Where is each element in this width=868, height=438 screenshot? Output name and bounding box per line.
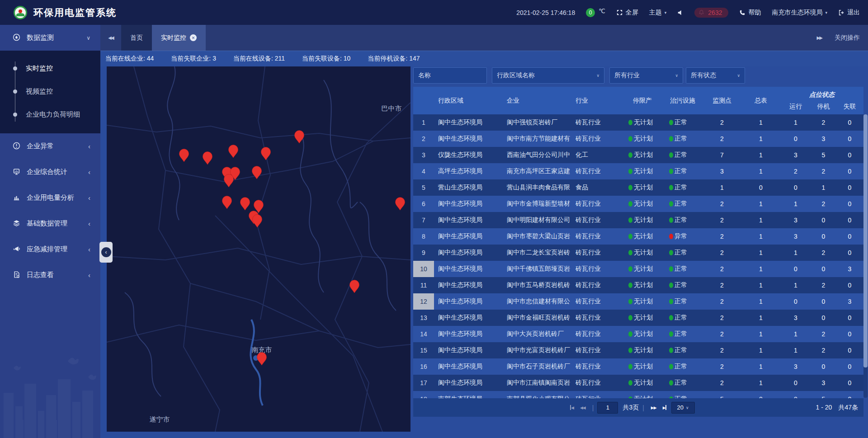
map-pin-icon[interactable] xyxy=(224,174,234,188)
table-row[interactable]: 7阆中生态环境局阆中明阳建材有限公司砖瓦行业无计划正常21300 xyxy=(413,212,863,228)
cell-facility: 正常 xyxy=(663,293,703,310)
table-row[interactable]: 17阆中生态环境局阆中市江南镇阆南页岩砖瓦行业无计划正常21030 xyxy=(413,375,863,391)
gauge-icon xyxy=(13,33,27,42)
sidebar-item-1[interactable]: 企业异常‹ xyxy=(0,133,100,159)
table-row[interactable]: 1阆中生态环境局阆中强锐页岩砖厂砖瓦行业无计划正常21120 xyxy=(413,114,863,131)
logout-button[interactable]: 退出 xyxy=(838,9,860,17)
logout-icon xyxy=(838,9,844,16)
name-search-input[interactable]: 名称 xyxy=(413,67,487,84)
map-pin-icon[interactable] xyxy=(241,198,250,211)
cell-facility: 正常 xyxy=(663,131,703,147)
cell-run: 3 xyxy=(780,228,811,245)
cell-limit: 无计划 xyxy=(622,391,663,398)
map-pin-icon[interactable] xyxy=(253,215,262,228)
region-select[interactable]: 行政区域名称∨ xyxy=(492,67,604,84)
table-row[interactable]: 18南部生态环境局南部县双化小观有限公砖瓦行业无计划正常50050 xyxy=(413,391,863,398)
table-row[interactable]: 15阆中生态环境局阆中市光富页岩机砖厂砖瓦行业无计划正常21120 xyxy=(413,342,863,358)
next-page-button[interactable]: ▶▶ xyxy=(651,405,656,410)
fullscreen-button[interactable]: 全屏 xyxy=(616,9,638,17)
table-row[interactable]: 9阆中生态环境局阆中市二龙长宝页岩砖砖瓦行业无计划正常21120 xyxy=(413,245,863,261)
map-pin-icon[interactable] xyxy=(295,131,304,144)
cell-stop: 0 xyxy=(811,310,836,326)
first-page-button[interactable]: ◀ xyxy=(570,405,574,410)
cell-industry: 砖瓦行业 xyxy=(571,196,622,212)
sidebar-item-5[interactable]: 应急减排管理‹ xyxy=(0,236,100,262)
tabs-scroll-right-button[interactable]: ▶▶ xyxy=(817,25,822,51)
map-collapse-handle[interactable]: ‹ xyxy=(99,242,113,263)
scrollbar-thumb[interactable] xyxy=(863,114,868,367)
status-select[interactable]: 所有状态∨ xyxy=(686,67,745,84)
cell-no: 1 xyxy=(413,114,434,131)
map-pin-icon[interactable] xyxy=(257,353,267,366)
map-city-label: 巴中市 xyxy=(382,104,402,112)
status-green-dot-icon xyxy=(628,152,632,158)
status-text: 正常 xyxy=(675,184,687,192)
cell-no: 6 xyxy=(413,196,434,212)
sidebar-item-2[interactable]: 企业综合统计‹ xyxy=(0,159,100,185)
table-row[interactable]: 12阆中生态环境局阆中市忠信建材有限公砖瓦行业无计划正常21003 xyxy=(413,293,863,310)
tabs-scroll-left-button[interactable]: ◀◀ xyxy=(100,25,121,51)
industry-select[interactable]: 所有行业∨ xyxy=(609,67,683,84)
map-pin-icon[interactable] xyxy=(261,147,271,160)
last-page-button[interactable]: ▶ xyxy=(663,405,666,410)
sidebar-item-4[interactable]: 基础数据管理‹ xyxy=(0,211,100,236)
phone-icon xyxy=(739,9,745,16)
map-pin-icon[interactable] xyxy=(254,200,264,213)
sidebar-subitem[interactable]: 企业电力负荷明细 xyxy=(0,103,100,126)
sidebar-subitem[interactable]: 实时监控 xyxy=(0,57,100,80)
tab-label: 首页 xyxy=(130,34,143,42)
table-row[interactable]: 10阆中生态环境局阆中千佛镇五郎垭页岩砖瓦行业无计划正常21003 xyxy=(413,261,863,277)
table-row[interactable]: 5营山生态环境局营山县润丰肉食品有限食品无计划正常10010 xyxy=(413,179,863,196)
cell-run: 3 xyxy=(780,310,811,326)
cell-limit: 无计划 xyxy=(622,342,663,358)
table-row[interactable]: 13阆中生态环境局阆中市金福旺页岩机砖砖瓦行业无计划正常21300 xyxy=(413,310,863,326)
map-pin-icon[interactable] xyxy=(396,198,405,211)
table-row[interactable]: 2阆中生态环境局阆中市南方节能建材有砖瓦行业无计划正常21030 xyxy=(413,131,863,147)
table-row[interactable]: 8阆中生态环境局阆中市枣碧大梁山页岩砖瓦行业无计划异常21300 xyxy=(413,228,863,245)
table-row[interactable]: 4高坪生态环境局南充市高坪区王家店建砖瓦行业无计划正常31220 xyxy=(413,163,863,179)
map-canvas[interactable]: 巴中市南充市遂宁市 xyxy=(107,66,410,432)
mute-button[interactable] xyxy=(677,9,684,16)
sidebar-item-0[interactable]: 数据监测∨ xyxy=(0,25,100,51)
app-logo-icon xyxy=(14,6,27,19)
table-row[interactable]: 14阆中生态环境局阆中大兴页岩机砖厂砖瓦行业无计划正常21120 xyxy=(413,326,863,342)
map-pin-icon[interactable] xyxy=(252,166,262,179)
tab-close-icon[interactable]: ✕ xyxy=(190,34,197,41)
cell-meters: 1 xyxy=(741,358,780,375)
cell-company: 阆中市二龙长宝页岩砖 xyxy=(503,245,571,261)
table-row[interactable]: 11阆中生态环境局阆中市五马桥页岩机砖砖瓦行业无计划正常21120 xyxy=(413,277,863,293)
table-scrollbar[interactable] xyxy=(863,114,868,398)
page-number-input[interactable]: 1 xyxy=(597,402,618,414)
page-size-select[interactable]: 20∨ xyxy=(671,402,695,414)
submenu-dot-icon xyxy=(13,89,17,94)
cell-company: 阆中千佛镇五郎垭页岩 xyxy=(503,261,571,277)
status-green-dot-icon xyxy=(669,169,673,174)
status-green-dot-icon xyxy=(628,348,632,353)
tab-实时监控[interactable]: 实时监控✕ xyxy=(152,25,206,51)
table-row[interactable]: 3仪陇生态环境局西南油气田分公司川中化工无计划正常71350 xyxy=(413,147,863,163)
map-pin-icon[interactable] xyxy=(229,145,238,158)
status-text: 无计划 xyxy=(634,330,653,338)
prev-page-button[interactable]: ◀◀ xyxy=(580,405,585,410)
close-operations-button[interactable]: 关闭操作 xyxy=(835,25,860,51)
record-total-label: 共47条 xyxy=(838,404,858,412)
status-text: 无计划 xyxy=(634,346,653,354)
map-pin-icon[interactable] xyxy=(203,152,212,165)
map-pin-icon[interactable] xyxy=(222,196,232,209)
cell-region: 阆中生态环境局 xyxy=(434,245,503,261)
tab-首页[interactable]: 首页 xyxy=(121,25,152,51)
sidebar-item-3[interactable]: 企业用电量分析‹ xyxy=(0,185,100,211)
table-row[interactable]: 16阆中生态环境局阆中市石子页岩机砖厂砖瓦行业无计划正常21300 xyxy=(413,358,863,375)
cell-meters: 0 xyxy=(741,391,780,398)
theme-menu[interactable]: 主题▾ xyxy=(649,9,667,17)
status-green-dot-icon xyxy=(669,120,673,125)
map-pin-icon[interactable] xyxy=(350,280,359,293)
sidebar-item-6[interactable]: 日志查看‹ xyxy=(0,262,100,288)
notifications-badge[interactable]: 2632 xyxy=(694,8,728,18)
sidebar-subitem[interactable]: 视频监控 xyxy=(0,80,100,103)
table-row[interactable]: 6阆中生态环境局阆中市金博瑞新型墙材砖瓦行业无计划正常21120 xyxy=(413,196,863,212)
map-pin-icon[interactable] xyxy=(179,149,189,162)
help-button[interactable]: 帮助 xyxy=(739,9,761,17)
org-menu[interactable]: 南充市生态环境局▾ xyxy=(772,9,827,17)
sidebar-subitem-label: 视频监控 xyxy=(26,87,53,96)
